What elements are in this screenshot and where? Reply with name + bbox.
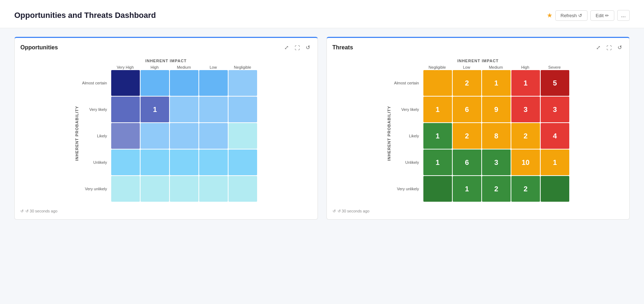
threats-row-1: Very likely 1 6 9 3 3 [394,97,569,122]
fullscreen-icon[interactable]: ⛶ [293,44,301,52]
threats-axis-top: INHERENT IMPACT [457,59,499,63]
threats-row-2: Likely 1 2 8 2 4 [394,123,569,149]
opp-cell-0-4[interactable] [228,70,257,96]
more-button[interactable]: ... [617,10,630,21]
threats-cell-4-1[interactable]: 1 [453,176,481,202]
threats-cell-2-2[interactable]: 8 [482,123,511,149]
threats-row-0: Almost certain 2 1 1 5 [394,70,569,96]
threats-card-header: Threats ⤢ ⛶ ↺ [333,44,624,52]
opp-row-0: Almost certain [82,70,257,96]
opportunities-title: Opportunities [20,44,58,51]
threats-cell-4-0[interactable] [423,176,452,202]
threats-cell-3-1[interactable]: 6 [453,149,481,175]
opp-rows: Almost certain Very likely 1 [82,70,257,202]
opp-cell-1-4[interactable] [228,97,257,122]
opp-cell-4-4[interactable] [228,176,257,202]
opp-cell-4-3[interactable] [199,176,228,202]
threats-footer: ↺ ↺ 30 seconds ago [333,209,624,214]
opp-col-4: Negligible [228,65,257,69]
threats-cell-0-3[interactable]: 1 [511,70,540,96]
threats-row-label-1: Very likely [394,107,423,112]
opp-cell-2-1[interactable] [141,123,169,149]
threats-cell-1-1[interactable]: 6 [453,97,481,122]
threats-card: Threats ⤢ ⛶ ↺ INHERENT IMPACT INHERENT P… [326,37,630,220]
opp-cell-4-2[interactable] [170,176,198,202]
opp-cell-2-0[interactable] [111,123,140,149]
opp-cell-1-1[interactable]: 1 [141,97,169,122]
opp-cell-3-4[interactable] [228,149,257,175]
refresh-card-icon[interactable]: ↺ [304,44,312,52]
opp-cell-4-0[interactable] [111,176,140,202]
opp-row-2: Likely [82,123,257,149]
star-icon[interactable]: ★ [547,11,552,19]
threats-axis-left: INHERENT PROBABILITY [387,106,391,161]
edit-button[interactable]: Edit ✏ [590,10,614,21]
opp-cell-3-1[interactable] [141,149,169,175]
refresh-button[interactable]: Refresh ↺ [555,10,588,21]
threats-col-4: Severe [540,65,569,69]
threats-cell-4-2[interactable]: 2 [482,176,511,202]
opp-cell-2-2[interactable] [170,123,198,149]
opp-cell-0-3[interactable] [199,70,228,96]
threats-cell-2-1[interactable]: 2 [453,123,481,149]
threats-refresh-icon[interactable]: ↺ [616,44,624,52]
threats-col-headers: Negligible Low Medium High Severe [394,65,569,69]
opportunities-matrix: INHERENT IMPACT INHERENT PROBABILITY Ver… [20,56,312,205]
opp-cell-3-0[interactable] [111,149,140,175]
opp-cell-1-2[interactable] [170,97,198,122]
threats-fullscreen-icon[interactable]: ⛶ [605,44,613,52]
threats-cell-2-3[interactable]: 2 [511,123,540,149]
refresh-icon-footer: ↺ [20,209,24,214]
threats-cell-3-3[interactable]: 10 [511,149,540,175]
opp-axis-top: INHERENT IMPACT [145,59,187,63]
threats-row-label-0: Almost certain [394,81,423,85]
expand-icon[interactable]: ⤢ [283,44,290,52]
threats-cell-3-4[interactable]: 1 [541,149,569,175]
threats-title: Threats [333,44,353,51]
threats-cell-3-2[interactable]: 3 [482,149,511,175]
opp-cell-4-1[interactable] [141,176,169,202]
opp-row-label-2: Likely [82,134,110,138]
threats-cell-0-1[interactable]: 2 [453,70,481,96]
page-title: Opportunities and Threats Dashboard [14,11,156,20]
threats-cell-2-0[interactable]: 1 [423,123,452,149]
opp-row-label-4: Very unlikely [82,187,110,191]
threats-card-actions: ⤢ ⛶ ↺ [595,44,624,52]
threats-cell-1-0[interactable]: 1 [423,97,452,122]
threats-cell-4-3[interactable]: 2 [511,176,540,202]
threats-row-3: Unlikely 1 6 3 10 1 [394,149,569,175]
opp-axis-left: INHERENT PROBABILITY [75,106,79,161]
threats-cell-0-2[interactable]: 1 [482,70,511,96]
opp-cell-3-2[interactable] [170,149,198,175]
threats-cell-1-4[interactable]: 3 [541,97,569,122]
opp-row-label-1: Very likely [82,107,110,112]
threats-cell-0-4[interactable]: 5 [541,70,569,96]
threats-col-2: Medium [481,65,511,69]
threats-row-4: Very unlikely 1 2 2 [394,176,569,202]
opp-col-headers: Very High High Medium Low Negligible [82,65,257,69]
threats-col-1: Low [452,65,481,69]
opportunities-card: Opportunities ⤢ ⛶ ↺ INHERENT IMPACT INHE… [14,37,318,220]
opp-row-1: Very likely 1 [82,97,257,122]
opp-footer-text: ↺ 30 seconds ago [25,209,58,214]
opp-cell-0-0[interactable] [111,70,140,96]
threats-cell-0-0[interactable] [423,70,452,96]
opp-row-label-3: Unlikely [82,160,110,165]
opp-cell-3-3[interactable] [199,149,228,175]
threats-col-3: High [511,65,540,69]
opp-cell-0-2[interactable] [170,70,198,96]
opp-cell-2-3[interactable] [199,123,228,149]
threats-cell-1-2[interactable]: 9 [482,97,511,122]
threats-cell-2-4[interactable]: 4 [541,123,569,149]
opp-cell-1-3[interactable] [199,97,228,122]
threats-cell-3-0[interactable]: 1 [423,149,452,175]
threats-row-label-2: Likely [394,134,423,138]
threats-cell-1-3[interactable]: 3 [511,97,540,122]
threats-matrix: INHERENT IMPACT INHERENT PROBABILITY Neg… [333,56,624,205]
threats-expand-icon[interactable]: ⤢ [595,44,602,52]
threats-footer-text: ↺ 30 seconds ago [338,209,370,214]
opp-cell-2-4[interactable] [228,123,257,149]
threats-cell-4-4[interactable] [541,176,569,202]
opp-cell-0-1[interactable] [141,70,169,96]
opp-cell-1-0[interactable] [111,97,140,122]
